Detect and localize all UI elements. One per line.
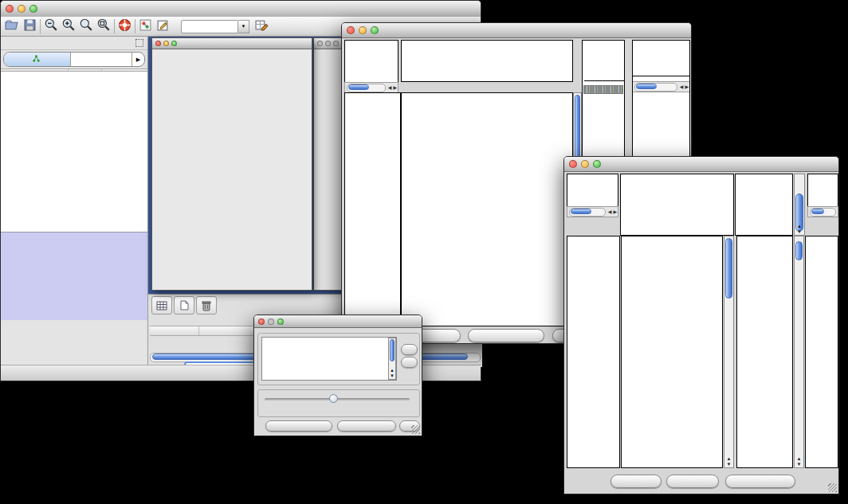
scroll-arrows[interactable]: ▲▼: [795, 224, 804, 235]
vscroll-thumb[interactable]: [795, 241, 803, 260]
birdseye-canvas[interactable]: [1, 232, 147, 320]
zoom-button[interactable]: [333, 41, 339, 46]
new-attribute-icon[interactable]: [174, 296, 194, 315]
treeview2-titlebar[interactable]: [564, 157, 838, 172]
column-header-network[interactable]: [1, 69, 69, 71]
scroll-arrows[interactable]: ▲▼: [389, 368, 395, 379]
tv2-row-dendrogram[interactable]: [567, 236, 620, 468]
scroll-arrows[interactable]: ▲▼: [795, 456, 803, 467]
birdseye-view[interactable]: [1, 232, 147, 320]
export-graphics-button[interactable]: [725, 475, 795, 488]
tv1-global-map-canvas[interactable]: [583, 97, 623, 135]
hscroll-thumb[interactable]: [571, 209, 591, 214]
tv2-heatmap-canvas[interactable]: [622, 236, 722, 467]
minimize-button[interactable]: [163, 41, 169, 46]
tv1-column-dendrogram-canvas[interactable]: [402, 41, 572, 81]
data-column-id[interactable]: [150, 326, 199, 335]
tv2-row-dendrogram-canvas[interactable]: [567, 236, 619, 467]
tv1-heatmap[interactable]: [401, 92, 573, 326]
tv1-row-dendrogram-canvas[interactable]: [345, 93, 400, 326]
tv1-row-dendrogram[interactable]: [344, 92, 401, 326]
close-button[interactable]: [317, 41, 323, 46]
column-header-nodes[interactable]: [69, 69, 102, 71]
network1-view-canvas[interactable]: [152, 49, 312, 291]
resize-grip[interactable]: [411, 425, 420, 434]
resize-grip[interactable]: [828, 483, 837, 492]
scroll-right-icon[interactable]: ▶: [612, 209, 618, 214]
minimize-button[interactable]: [268, 318, 274, 325]
tab-vizmapper[interactable]: [71, 53, 132, 66]
zoom-button[interactable]: [277, 318, 284, 325]
tv2-column-dendrogram[interactable]: [620, 174, 734, 236]
scroll-arrows[interactable]: ▲▼: [724, 456, 733, 467]
open-file-icon[interactable]: [5, 18, 18, 35]
search-dropdown-icon[interactable]: ▼: [238, 20, 249, 33]
dialog-titlebar[interactable]: [254, 315, 422, 328]
close-button[interactable]: [6, 5, 14, 13]
hscroll-thumb[interactable]: [348, 84, 369, 90]
tv2-zoom-detail-panel[interactable]: [736, 236, 793, 468]
tab-network[interactable]: [4, 53, 71, 66]
tab-overflow-arrow-icon[interactable]: ▶: [132, 53, 144, 66]
help-ring-icon[interactable]: [118, 18, 132, 35]
scroll-right-icon[interactable]: ▶: [392, 85, 398, 90]
tv2-heatmap[interactable]: [621, 236, 723, 468]
hscroll-thumb[interactable]: [811, 209, 824, 214]
close-button[interactable]: [347, 26, 355, 34]
zoom-in-icon[interactable]: [61, 18, 76, 35]
tv1-hints-hscrollbar[interactable]: ◀▶: [633, 81, 689, 92]
tv2-genelist-vscrollbar[interactable]: ▲▼: [794, 236, 804, 468]
move-up-button[interactable]: [401, 344, 418, 355]
delete-attribute-icon[interactable]: [196, 296, 217, 315]
hscroll-thumb[interactable]: [636, 84, 657, 89]
close-button[interactable]: [258, 318, 265, 325]
save-session-icon[interactable]: [23, 18, 37, 35]
minimize-button[interactable]: [359, 26, 367, 34]
attribute-select-icon[interactable]: [151, 296, 172, 315]
animate-vizmap-button[interactable]: [265, 420, 332, 432]
move-down-button[interactable]: [401, 357, 418, 368]
zoom-button[interactable]: [593, 160, 601, 168]
minimize-button[interactable]: [581, 160, 589, 168]
tv1-column-dendrogram[interactable]: [401, 40, 573, 82]
search-input[interactable]: [181, 20, 238, 33]
export-graphics-button[interactable]: [468, 329, 544, 342]
float-panel-icon[interactable]: [135, 39, 143, 47]
vscroll-thumb[interactable]: [390, 339, 395, 361]
annotation-icon[interactable]: [156, 18, 170, 35]
attribute-list-vscrollbar[interactable]: ▲▼: [388, 338, 396, 380]
tv2-heatmap-vscrollbar[interactable]: ▲▼: [724, 236, 734, 468]
vizmap-icon[interactable]: [139, 18, 152, 35]
zoom-button[interactable]: [29, 5, 37, 13]
minimize-button[interactable]: [18, 5, 26, 13]
tv2-status-hscrollbar[interactable]: ◀▶: [567, 206, 618, 217]
zoom-fit-icon[interactable]: [96, 18, 111, 35]
zoom-button[interactable]: [371, 26, 379, 34]
speed-slider-thumb[interactable]: [329, 394, 338, 403]
minimize-button[interactable]: [325, 41, 331, 46]
main-titlebar[interactable]: [1, 1, 481, 18]
scroll-right-icon[interactable]: ▶: [684, 84, 689, 89]
zoom-out-icon[interactable]: [44, 18, 58, 35]
scroll-left-icon[interactable]: ◀: [607, 209, 613, 214]
tv2-zoom-detail-canvas[interactable]: [737, 236, 792, 467]
network1-titlebar[interactable]: [152, 38, 312, 49]
tv2-hints-hscrollbar[interactable]: [807, 206, 838, 217]
scroll-left-icon[interactable]: ◀: [387, 85, 393, 90]
save-data-button[interactable]: [666, 475, 719, 488]
tv2-column-dendrogram-canvas[interactable]: [621, 174, 733, 235]
table-edit-icon[interactable]: [255, 18, 269, 35]
close-button[interactable]: [155, 41, 161, 46]
close-button[interactable]: [569, 160, 577, 168]
zoom-actual-icon[interactable]: [79, 18, 93, 35]
create-vizmap-button[interactable]: [337, 420, 396, 432]
zoom-button[interactable]: [171, 41, 177, 46]
settings-button[interactable]: [610, 475, 662, 488]
tv1-heatmap-canvas[interactable]: [402, 93, 572, 326]
column-header-edges[interactable]: [102, 69, 147, 71]
treeview1-titlebar[interactable]: [342, 23, 691, 38]
vscroll-thumb[interactable]: [725, 238, 732, 299]
tv1-status-hscrollbar[interactable]: ◀▶: [344, 82, 398, 93]
tv2-collabel-vscrollbar[interactable]: ▲▼: [794, 174, 805, 236]
scroll-left-icon[interactable]: ◀: [679, 84, 685, 89]
